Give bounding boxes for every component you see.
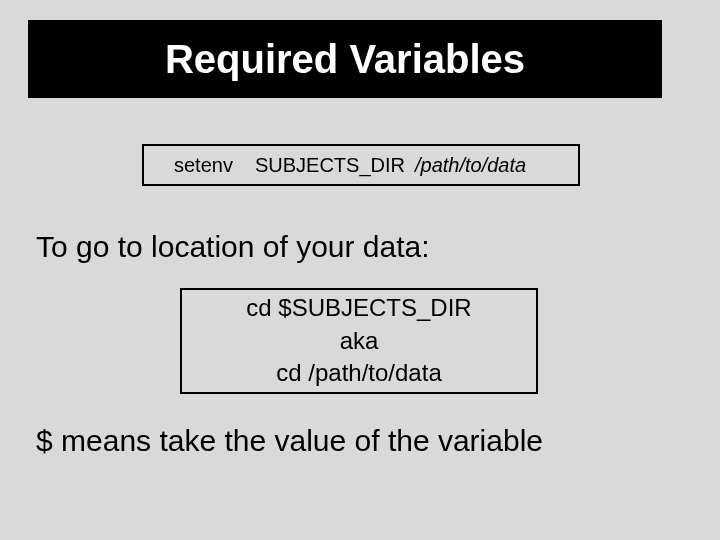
- setenv-variable: SUBJECTS_DIR: [255, 154, 405, 177]
- setenv-code-box: setenv SUBJECTS_DIR /path/to/data: [142, 144, 580, 186]
- body-text-2: $ means take the value of the variable: [36, 424, 543, 458]
- body-text-1: To go to location of your data:: [36, 230, 430, 264]
- cd-code-box: cd $SUBJECTS_DIR aka cd /path/to/data: [180, 288, 538, 394]
- title-band: Required Variables: [28, 20, 662, 98]
- setenv-command: setenv: [174, 154, 233, 177]
- setenv-path: /path/to/data: [415, 154, 526, 177]
- slide-title: Required Variables: [165, 37, 525, 82]
- cd-line-3: cd /path/to/data: [276, 357, 441, 389]
- cd-line-2: aka: [340, 325, 379, 357]
- cd-line-1: cd $SUBJECTS_DIR: [246, 292, 471, 324]
